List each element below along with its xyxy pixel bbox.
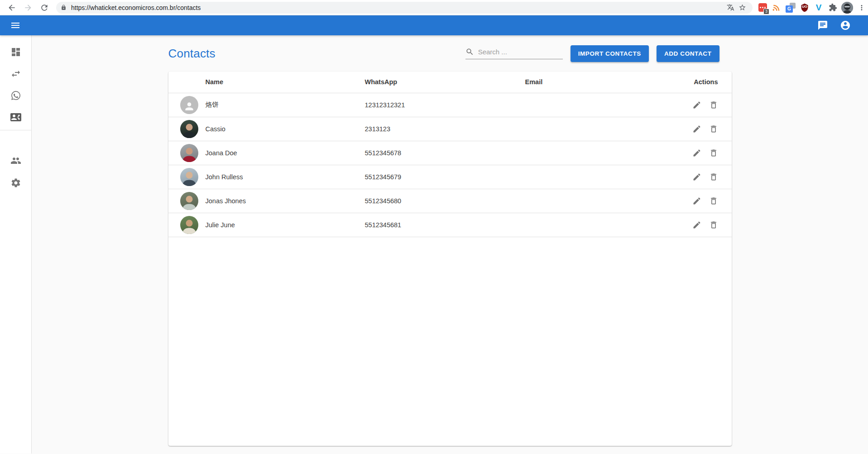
account-circle-icon — [840, 20, 851, 31]
avatar-photo — [180, 192, 198, 210]
contact-whatsapp: 2313123 — [365, 117, 525, 141]
avatar — [180, 192, 198, 210]
back-button[interactable] — [5, 1, 18, 14]
edit-contact-button[interactable] — [690, 122, 704, 136]
table-row: Joana Doe 5512345678 — [168, 141, 732, 165]
chat-icon — [817, 20, 828, 31]
edit-pencil-icon — [692, 148, 701, 158]
browser-toolbar: https://whaticket.economicros.com.br/con… — [0, 0, 868, 15]
col-name: Name — [206, 72, 365, 93]
main-content: Contacts IMPORT CONTACTS ADD CONTACT — [32, 35, 868, 454]
extension-badge: 3 — [763, 9, 769, 14]
sidebar-divider — [0, 130, 31, 130]
google-translate-extension-icon[interactable]: G — [785, 2, 796, 13]
col-avatar — [168, 72, 206, 93]
search-box — [465, 48, 563, 59]
vimeo-extension-icon[interactable]: V — [813, 2, 824, 13]
avatar — [180, 168, 198, 186]
delete-trash-icon — [709, 220, 718, 229]
red-notifier-extension-icon[interactable]: 3 — [757, 2, 768, 13]
sidebar-item-settings[interactable] — [5, 172, 27, 194]
edit-contact-button[interactable] — [690, 98, 704, 112]
contact-name: 烙饼 — [206, 93, 365, 117]
delete-contact-button[interactable] — [706, 146, 721, 160]
address-bar[interactable]: https://whaticket.economicros.com.br/con… — [56, 2, 753, 14]
avatar — [180, 144, 198, 162]
contact-email — [525, 93, 686, 117]
rss-feed-extension-icon[interactable] — [771, 2, 782, 13]
forward-button[interactable] — [22, 1, 34, 14]
delete-trash-icon — [709, 172, 718, 182]
edit-contact-button[interactable] — [690, 218, 704, 232]
back-icon — [7, 3, 16, 12]
col-actions: Actions — [686, 72, 732, 93]
table-row: Julie June 5512345681 — [168, 213, 732, 237]
browser-profile-avatar[interactable] — [841, 2, 853, 14]
extensions-puzzle-icon[interactable] — [827, 2, 838, 13]
edit-contact-button[interactable] — [690, 194, 704, 208]
account-button[interactable] — [836, 16, 854, 34]
add-contact-button[interactable]: ADD CONTACT — [657, 45, 719, 62]
table-header-row: Name WhatsApp Email Actions — [168, 72, 732, 93]
contact-email — [525, 213, 686, 237]
avatar-photo — [180, 144, 198, 162]
ublock-origin-extension-icon[interactable]: UO — [799, 2, 810, 13]
edit-contact-button[interactable] — [690, 146, 704, 160]
contact-name: Cassio — [206, 117, 365, 141]
appbar — [0, 15, 868, 35]
contacts-table-body: 烙饼 12312312321 Cassio 23131 — [168, 93, 732, 237]
delete-contact-button[interactable] — [706, 194, 721, 208]
sidebar-item-contacts[interactable] — [5, 106, 27, 128]
menu-button[interactable] — [6, 16, 24, 34]
import-contacts-button[interactable]: IMPORT CONTACTS — [571, 45, 649, 62]
swap-horizontal-icon — [10, 68, 21, 79]
search-input[interactable] — [478, 48, 563, 56]
delete-contact-button[interactable] — [706, 170, 721, 184]
gear-icon — [10, 177, 21, 188]
contact-whatsapp: 5512345681 — [365, 213, 525, 237]
table-row: John Rulless 5512345679 — [168, 165, 732, 189]
contact-name: Jonas Jhones — [206, 189, 365, 213]
contact-whatsapp: 12312312321 — [365, 93, 525, 117]
translate-icon[interactable] — [724, 2, 736, 14]
sidebar-item-connections[interactable] — [5, 63, 27, 85]
delete-trash-icon — [709, 100, 718, 110]
avatar — [180, 96, 198, 114]
more-vert-icon — [858, 4, 866, 12]
col-email: Email — [525, 72, 686, 93]
contact-card-icon — [10, 112, 21, 123]
edit-contact-button[interactable] — [690, 170, 704, 184]
delete-trash-icon — [709, 148, 718, 158]
avatar — [180, 216, 198, 234]
edit-pencil-icon — [692, 220, 701, 229]
browser-menu-button[interactable] — [856, 2, 867, 13]
whatsapp-icon — [10, 90, 21, 101]
delete-contact-button[interactable] — [706, 98, 721, 112]
table-row: Jonas Jhones 5512345680 — [168, 189, 732, 213]
contact-whatsapp: 5512345679 — [365, 165, 525, 189]
table-row: Cassio 2313123 — [168, 117, 732, 141]
sidebar-item-tickets[interactable] — [5, 85, 27, 106]
chat-button[interactable] — [814, 16, 832, 34]
bookmark-star-icon[interactable] — [736, 2, 748, 14]
contacts-table: Name WhatsApp Email Actions — [168, 72, 732, 237]
delete-contact-button[interactable] — [706, 218, 721, 232]
reload-icon — [40, 3, 49, 12]
page-title: Contacts — [168, 47, 216, 61]
edit-pencil-icon — [692, 100, 701, 110]
delete-contact-button[interactable] — [706, 122, 721, 136]
avatar-photo — [180, 168, 198, 186]
contact-whatsapp: 5512345680 — [365, 189, 525, 213]
contact-email — [525, 189, 686, 213]
sidebar-item-dashboard[interactable] — [5, 41, 27, 63]
contact-email — [525, 165, 686, 189]
table-row: 烙饼 12312312321 — [168, 93, 732, 117]
sidebar-item-users[interactable] — [5, 150, 27, 172]
contact-email — [525, 117, 686, 141]
avatar-photo — [180, 120, 198, 138]
url-text: https://whaticket.economicros.com.br/con… — [71, 4, 724, 11]
edit-pencil-icon — [692, 124, 701, 134]
avatar-placeholder-icon — [183, 100, 195, 112]
reload-button[interactable] — [38, 1, 51, 14]
lock-icon — [61, 5, 67, 10]
